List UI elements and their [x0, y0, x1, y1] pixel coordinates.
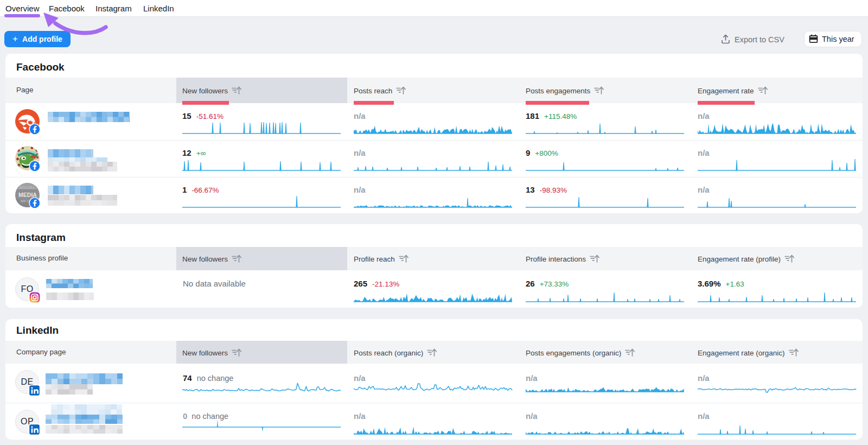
- svg-text:SOCIAL: SOCIAL: [19, 185, 35, 190]
